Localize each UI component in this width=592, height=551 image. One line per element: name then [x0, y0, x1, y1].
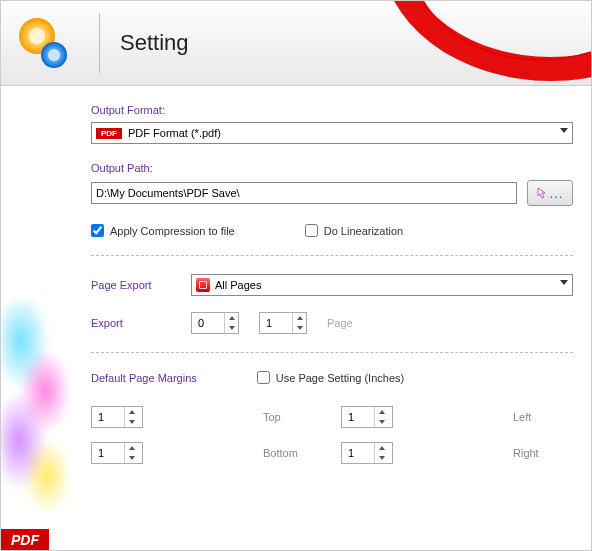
export-range-row: Export Page — [91, 312, 573, 334]
margin-bottom-spinner[interactable] — [91, 442, 143, 464]
margin-top-input[interactable] — [92, 407, 124, 427]
pdf-doc-icon — [196, 278, 210, 292]
output-format-value: PDF Format (*.pdf) — [128, 127, 221, 139]
pdf-side-badge: PDF — [1, 529, 49, 551]
output-format-section: Output Format: PDF PDF Format (*.pdf) — [91, 104, 573, 144]
margin-bottom-input[interactable] — [92, 443, 124, 463]
output-path-section: Output Path: ... — [91, 162, 573, 206]
margins-header: Default Page Margins Use Page Setting (I… — [91, 371, 573, 384]
spinner-up-icon[interactable] — [125, 407, 138, 417]
export-to-spinner[interactable] — [259, 312, 307, 334]
spinner-down-icon[interactable] — [125, 453, 138, 463]
margin-bottom-label: Bottom — [263, 447, 323, 459]
margin-top-label: Top — [263, 411, 323, 423]
page-export-select[interactable]: All Pages — [191, 274, 573, 296]
gears-icon — [19, 18, 69, 68]
spinner-down-icon[interactable] — [375, 417, 388, 427]
output-format-select[interactable]: PDF PDF Format (*.pdf) — [91, 122, 573, 144]
export-from-input[interactable] — [192, 313, 224, 333]
margins-label: Default Page Margins — [91, 372, 197, 384]
spinner-up-icon[interactable] — [375, 443, 388, 453]
margin-right-label: Right — [513, 447, 573, 459]
divider — [91, 352, 573, 353]
use-page-setting-label: Use Page Setting (Inches) — [276, 372, 404, 384]
spinner-down-icon[interactable] — [293, 323, 306, 333]
spinner-up-icon[interactable] — [225, 313, 238, 323]
linearization-label: Do Linearization — [324, 225, 404, 237]
compression-input[interactable] — [91, 224, 104, 237]
output-path-input[interactable] — [91, 182, 517, 204]
page-title: Setting — [120, 30, 189, 56]
cursor-icon — [537, 187, 549, 199]
header: Setting — [1, 1, 591, 86]
chevron-down-icon — [560, 280, 568, 285]
use-page-setting-checkbox[interactable]: Use Page Setting (Inches) — [257, 371, 404, 384]
content: Output Format: PDF PDF Format (*.pdf) Ou… — [1, 86, 591, 482]
use-page-setting-input[interactable] — [257, 371, 270, 384]
margin-left-label: Left — [513, 411, 573, 423]
browse-label: ... — [550, 186, 564, 201]
margins-grid: Top Left Bottom Right — [91, 406, 573, 464]
export-unit-label: Page — [327, 317, 353, 329]
browse-button[interactable]: ... — [527, 180, 573, 206]
margin-right-spinner[interactable] — [341, 442, 393, 464]
compression-checkbox[interactable]: Apply Compression to file — [91, 224, 235, 237]
spinner-down-icon[interactable] — [375, 453, 388, 463]
linearization-input[interactable] — [305, 224, 318, 237]
compression-label: Apply Compression to file — [110, 225, 235, 237]
chevron-down-icon — [560, 128, 568, 133]
export-to-input[interactable] — [260, 313, 292, 333]
margin-left-spinner[interactable] — [341, 406, 393, 428]
output-path-label: Output Path: — [91, 162, 573, 174]
spinner-up-icon[interactable] — [293, 313, 306, 323]
spinner-up-icon[interactable] — [375, 407, 388, 417]
margin-right-input[interactable] — [342, 443, 374, 463]
export-label: Export — [91, 317, 171, 329]
spinner-up-icon[interactable] — [125, 443, 138, 453]
decorative-swoosh — [291, 1, 591, 86]
page-export-value: All Pages — [215, 279, 261, 291]
spinner-down-icon[interactable] — [125, 417, 138, 427]
spinner-down-icon[interactable] — [225, 323, 238, 333]
divider — [91, 255, 573, 256]
pdf-badge-icon: PDF — [96, 128, 122, 139]
page-export-row: Page Export All Pages — [91, 274, 573, 296]
output-format-label: Output Format: — [91, 104, 573, 116]
export-from-spinner[interactable] — [191, 312, 239, 334]
margin-left-input[interactable] — [342, 407, 374, 427]
page-export-label: Page Export — [91, 279, 171, 291]
margin-top-spinner[interactable] — [91, 406, 143, 428]
options-row: Apply Compression to file Do Linearizati… — [91, 224, 573, 237]
header-divider — [99, 13, 100, 73]
linearization-checkbox[interactable]: Do Linearization — [305, 224, 404, 237]
